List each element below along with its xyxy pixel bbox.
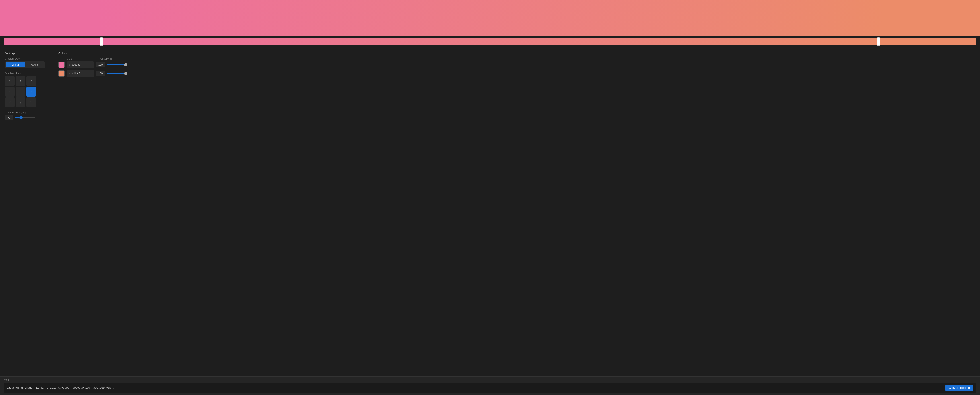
angle-slider[interactable] [15, 117, 35, 118]
settings-title: Settings [5, 52, 45, 55]
dir-bottom[interactable]: ↓ [16, 97, 25, 107]
gradient-bar-container [0, 36, 980, 48]
dir-right[interactable]: → [26, 87, 36, 97]
gradient-handle-left[interactable] [100, 37, 103, 46]
color-row-1: # 100 [59, 61, 975, 68]
settings-panel: Settings Gradient type Linear Radial Gra… [5, 52, 45, 120]
dir-center[interactable] [16, 87, 25, 97]
gradient-bar[interactable] [4, 38, 976, 45]
hash-sign-2: # [69, 72, 71, 75]
dir-bottom-left[interactable]: ↙ [5, 97, 15, 107]
gradient-type-buttons: Linear Radial [5, 61, 45, 68]
gradient-type-label: Gradient type [5, 57, 45, 60]
hash-sign-1: # [69, 63, 71, 66]
colors-title: Colors [59, 52, 975, 55]
color-header: Color Opacity, % [59, 57, 975, 60]
direction-grid: ↖ ↑ ↗ ← → ↙ ↓ ↘ [5, 76, 45, 107]
radial-type-button[interactable]: Radial [25, 62, 45, 67]
colors-panel: Colors Color Opacity, % # 100 # 100 [59, 52, 975, 120]
gradient-preview [0, 0, 980, 36]
opacity-value-1: 100 [96, 62, 105, 67]
gradient-direction-label: Gradient direction [5, 72, 45, 75]
color-swatch-1[interactable] [59, 62, 65, 68]
dir-left[interactable]: ← [5, 87, 15, 97]
opacity-slider-2[interactable] [107, 73, 127, 74]
opacity-value-2: 100 [96, 71, 105, 76]
hex-input-1[interactable] [72, 63, 92, 66]
dir-top-right[interactable]: ↗ [26, 76, 36, 86]
angle-row: 90 [5, 115, 45, 120]
opacity-slider-1[interactable] [107, 64, 127, 65]
opacity-column-label: Opacity, % [100, 57, 112, 60]
color-column-label: Color [67, 57, 98, 60]
gradient-handle-right[interactable] [877, 37, 880, 46]
dir-top-left[interactable]: ↖ [5, 76, 15, 86]
controls-area: Settings Gradient type Linear Radial Gra… [0, 48, 980, 124]
color-swatch-2[interactable] [59, 70, 65, 77]
gradient-angle-label: Gradient angle, deg [5, 111, 45, 114]
angle-value: 90 [5, 115, 13, 120]
hex-wrapper-2: # [67, 70, 94, 77]
hex-wrapper-1: # [67, 61, 94, 68]
dir-top[interactable]: ↑ [16, 76, 25, 86]
color-row-2: # 100 [59, 70, 975, 77]
hex-input-2[interactable] [72, 72, 92, 75]
dir-bottom-right[interactable]: ↘ [26, 97, 36, 107]
linear-type-button[interactable]: Linear [6, 62, 25, 67]
